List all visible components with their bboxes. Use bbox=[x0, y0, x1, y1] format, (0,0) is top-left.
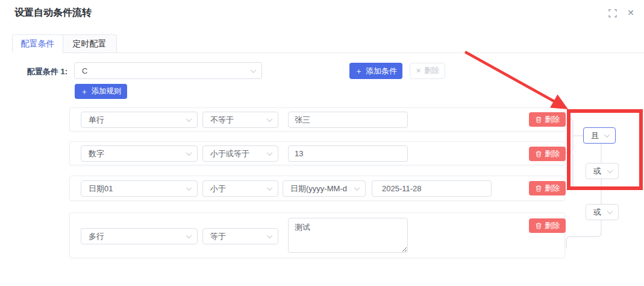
rule-operator-value: 小于 bbox=[210, 183, 226, 194]
rule-operator-value: 小于或等于 bbox=[210, 148, 249, 159]
add-condition-button[interactable]: ＋ 添加条件 bbox=[349, 63, 402, 79]
chevron-down-icon bbox=[267, 185, 273, 191]
chevron-down-icon bbox=[354, 185, 360, 191]
rule-field-value: 日期01 bbox=[89, 183, 113, 194]
chevron-down-icon bbox=[267, 232, 273, 238]
rule-delete-label: 删除 bbox=[545, 149, 560, 159]
chevron-down-icon bbox=[186, 116, 192, 122]
close-icon[interactable]: ✕ bbox=[625, 7, 636, 18]
rule-field-select[interactable]: 多行 bbox=[81, 228, 198, 244]
rule-delete-button[interactable]: 删除 bbox=[529, 147, 566, 161]
rule-field-value: 数字 bbox=[89, 148, 104, 159]
rule-delete-label: 删除 bbox=[545, 115, 560, 125]
rule-operator-select[interactable]: 不等于 bbox=[202, 112, 278, 128]
x-icon: ✕ bbox=[416, 68, 421, 74]
chevron-down-icon bbox=[186, 232, 192, 238]
plus-icon: ＋ bbox=[81, 87, 89, 95]
chevron-down-icon bbox=[251, 67, 257, 73]
rule-value-input[interactable] bbox=[288, 145, 408, 162]
tab-timed-configuration[interactable]: 定时配置 bbox=[63, 34, 117, 53]
rule-delete-button[interactable]: 删除 bbox=[529, 181, 566, 195]
rule-delete-label: 删除 bbox=[545, 221, 560, 231]
tab-label: 配置条件 bbox=[21, 39, 55, 49]
chevron-down-icon bbox=[607, 167, 613, 173]
connector-or-select-2[interactable]: 或 bbox=[586, 204, 619, 220]
rule-row: 日期01 小于 日期(yyyy-MM-d 删除 bbox=[69, 176, 565, 201]
rule-row: 单行 不等于 删除 bbox=[69, 107, 565, 132]
delete-condition-label: 删除 bbox=[424, 66, 439, 76]
dialog-title: 设置自动条件流转 bbox=[14, 7, 92, 19]
plus-icon: ＋ bbox=[355, 67, 363, 75]
trash-icon bbox=[535, 150, 542, 157]
condition-select-value: C bbox=[82, 66, 87, 75]
trash-icon bbox=[535, 185, 542, 192]
auto-condition-flow-dialog: 设置自动条件流转 ✕ 配置条件 定时配置 配置条件 1: C ＋ 添加条件 ✕ … bbox=[0, 0, 644, 286]
chevron-down-icon bbox=[604, 132, 610, 138]
add-condition-label: 添加条件 bbox=[366, 66, 397, 77]
rule-field-select[interactable]: 数字 bbox=[81, 145, 198, 162]
connector-and-select[interactable]: 且 bbox=[583, 127, 616, 144]
date-value-input[interactable] bbox=[382, 184, 488, 193]
rule-operator-value: 等于 bbox=[210, 231, 226, 242]
chevron-down-icon bbox=[267, 116, 273, 122]
date-picker[interactable] bbox=[372, 180, 492, 197]
tab-configure-condition[interactable]: 配置条件 bbox=[12, 34, 63, 53]
chevron-down-icon bbox=[186, 150, 192, 156]
date-format-select[interactable]: 日期(yyyy-MM-d bbox=[283, 180, 366, 197]
trash-icon bbox=[535, 222, 542, 229]
rule-field-select[interactable]: 单行 bbox=[81, 112, 198, 128]
condition-label: 配置条件 1: bbox=[10, 66, 67, 77]
rule-operator-select[interactable]: 小于 bbox=[202, 180, 278, 197]
chevron-down-icon bbox=[186, 185, 192, 191]
chevron-down-icon bbox=[267, 150, 273, 156]
connector-value: 且 bbox=[591, 130, 599, 141]
rule-field-value: 多行 bbox=[89, 231, 104, 242]
rule-delete-label: 删除 bbox=[545, 183, 560, 194]
rule-row: 多行 等于 测试 删除 bbox=[69, 212, 565, 258]
rule-delete-button[interactable]: 删除 bbox=[529, 112, 566, 127]
condition-select[interactable]: C bbox=[74, 62, 262, 79]
delete-condition-button-disabled[interactable]: ✕ 删除 bbox=[410, 63, 445, 79]
connector-value: 或 bbox=[593, 166, 601, 177]
rule-field-value: 单行 bbox=[89, 115, 104, 126]
rule-operator-select[interactable]: 小于或等于 bbox=[202, 145, 278, 162]
add-rule-label: 添加规则 bbox=[92, 86, 122, 97]
chevron-down-icon bbox=[607, 208, 613, 214]
add-rule-button[interactable]: ＋添加规则 bbox=[75, 84, 127, 99]
rule-value-input[interactable] bbox=[288, 112, 408, 128]
rule-operator-select[interactable]: 等于 bbox=[202, 228, 278, 244]
rule-row: 数字 小于或等于 删除 bbox=[69, 141, 565, 165]
fullscreen-icon[interactable] bbox=[607, 8, 618, 19]
connector-value: 或 bbox=[593, 207, 601, 218]
tab-label: 定时配置 bbox=[73, 39, 107, 49]
rule-operator-value: 不等于 bbox=[210, 115, 234, 126]
rule-value-textarea[interactable]: 测试 bbox=[288, 218, 408, 253]
rule-delete-button[interactable]: 删除 bbox=[529, 218, 566, 233]
date-format-value: 日期(yyyy-MM-d bbox=[290, 183, 347, 194]
connector-or-select-1[interactable]: 或 bbox=[586, 163, 619, 179]
trash-icon bbox=[535, 116, 542, 123]
rule-field-select[interactable]: 日期01 bbox=[81, 180, 198, 197]
